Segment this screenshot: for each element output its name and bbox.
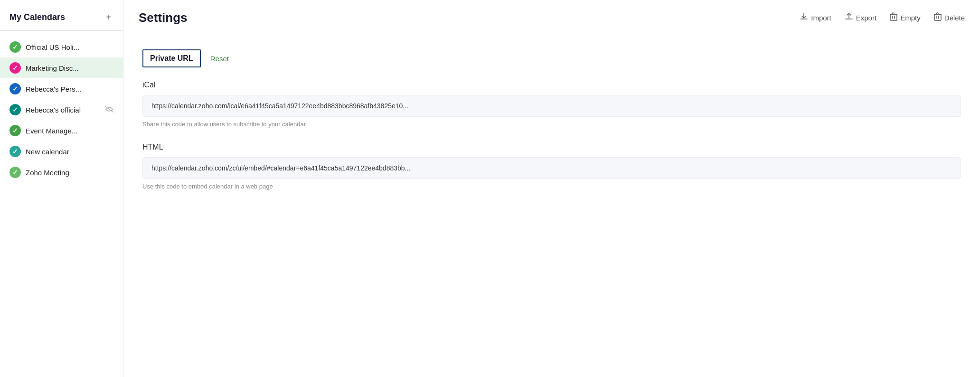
section-hint-html: Use this code to embed calendar in a web… (142, 183, 961, 190)
calendar-icon-rebeccas-official: ✓ (9, 104, 21, 115)
export-label: Export (856, 14, 876, 22)
sidebar-title: My Calendars (9, 12, 65, 22)
sidebar-header: My Calendars + (0, 11, 123, 31)
empty-icon (890, 12, 897, 23)
svg-rect-0 (890, 14, 897, 20)
delete-icon (934, 12, 942, 23)
import-label: Import (811, 14, 831, 22)
empty-button[interactable]: Empty (890, 10, 921, 25)
export-icon (845, 12, 853, 23)
sidebar-item-rebeccas-pers[interactable]: ✓Rebecca's Pers... (0, 78, 123, 99)
sidebar-item-extra-rebeccas-official (105, 106, 113, 114)
settings-toolbar: Settings ImportExportEmptyDelete (123, 0, 980, 34)
add-calendar-button[interactable]: + (104, 11, 113, 23)
sidebar-item-label-rebeccas-pers: Rebecca's Pers... (26, 85, 113, 93)
calendar-icon-zoho-meeting: ✓ (9, 167, 21, 178)
url-box-html[interactable]: https://calendar.zoho.com/zc/ui/embed/#c… (142, 157, 961, 179)
section-hint-ical: Share this code to allow users to subscr… (142, 121, 961, 128)
url-box-ical[interactable]: https://calendar.zoho.com/ical/e6a41f45c… (142, 95, 961, 117)
settings-content: Private URL Reset iCal https://calendar.… (123, 34, 980, 220)
sidebar-item-label-new-calendar: New calendar (26, 148, 113, 156)
toolbar-actions: ImportExportEmptyDelete (800, 10, 965, 25)
sidebar-item-label-official-us: Official US Holi... (26, 43, 113, 51)
sidebar-item-rebeccas-official[interactable]: ✓Rebecca's official (0, 99, 123, 120)
calendar-icon-event-manage: ✓ (9, 125, 21, 136)
delete-button[interactable]: Delete (934, 10, 965, 25)
import-icon (800, 12, 808, 23)
delete-label: Delete (944, 14, 965, 22)
sidebar-item-label-rebeccas-official: Rebecca's official (26, 106, 100, 114)
svg-rect-1 (934, 14, 941, 20)
section-label-html: HTML (142, 143, 961, 151)
sections-container: iCal https://calendar.zoho.com/ical/e6a4… (142, 81, 961, 190)
calendar-icon-official-us: ✓ (9, 41, 21, 53)
section-label-ical: iCal (142, 81, 961, 89)
sidebar-item-zoho-meeting[interactable]: ✓Zoho Meeting (0, 162, 123, 183)
calendar-icon-rebeccas-pers: ✓ (9, 83, 21, 94)
tabs-row: Private URL Reset (142, 49, 961, 67)
sidebar: My Calendars + ✓Official US Holi...✓Mark… (0, 0, 123, 377)
settings-title: Settings (139, 10, 188, 25)
sidebar-item-marketing-disc[interactable]: ✓Marketing Disc... (0, 57, 123, 78)
sidebar-item-event-manage[interactable]: ✓Event Manage... (0, 120, 123, 141)
sidebar-items-list: ✓Official US Holi...✓Marketing Disc...✓R… (0, 37, 123, 183)
calendar-icon-new-calendar: ✓ (9, 146, 21, 157)
sidebar-item-label-zoho-meeting: Zoho Meeting (26, 169, 113, 177)
tab-private-url[interactable]: Private URL (142, 49, 201, 67)
sidebar-item-label-event-manage: Event Manage... (26, 127, 113, 135)
section-html: HTML https://calendar.zoho.com/zc/ui/emb… (142, 143, 961, 190)
sidebar-item-official-us[interactable]: ✓Official US Holi... (0, 37, 123, 57)
empty-label: Empty (900, 14, 921, 22)
sidebar-item-label-marketing-disc: Marketing Disc... (26, 64, 113, 72)
import-button[interactable]: Import (800, 10, 831, 25)
section-ical: iCal https://calendar.zoho.com/ical/e6a4… (142, 81, 961, 128)
main-panel: Settings ImportExportEmptyDelete Private… (123, 0, 980, 377)
sidebar-item-new-calendar[interactable]: ✓New calendar (0, 141, 123, 162)
calendar-icon-marketing-disc: ✓ (9, 62, 21, 74)
export-button[interactable]: Export (845, 10, 876, 25)
tab-reset[interactable]: Reset (210, 55, 229, 63)
